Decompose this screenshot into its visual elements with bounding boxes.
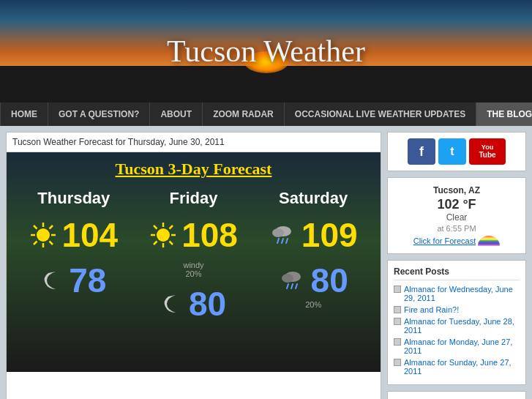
fav-sites-box: Favorite Web Sites AgapeMedia.net, LLC [387,391,526,399]
svg-line-5 [34,225,37,229]
svg-line-15 [170,242,173,245]
svg-line-7 [50,225,53,229]
svg-line-21 [282,239,283,243]
nav-radar[interactable]: ZOOM RADAR [203,102,285,126]
recent-posts-box: Recent Posts Almanac for Wednesday, June… [387,260,526,385]
forecast-day-thursday: Thursday [14,189,134,324]
svg-line-20 [277,239,279,243]
forecast-day-friday: Friday [134,189,254,324]
forecast-days: Thursday [14,189,373,324]
saturday-low-row: 80 [253,261,373,300]
post-item-2[interactable]: Almanac for Tuesday, June 28, 2011 [394,317,520,335]
recent-posts-title: Recent Posts [394,266,520,280]
saturday-high-temp: 109 [301,215,358,255]
nav-question[interactable]: GOT A QUESTION? [48,102,150,126]
moon-icon-thursday [41,269,64,292]
day-name-thursday: Thursday [14,189,134,208]
saturday-low-temp: 80 [311,261,348,300]
main-container: Tucson Weather Forecast for Thursday, Ju… [0,126,532,399]
svg-line-16 [170,225,173,229]
nav-home[interactable]: HOME [0,102,48,126]
post-bullet-1 [394,306,401,313]
post-item-4[interactable]: Almanac for Sunday, June 27, 2011 [394,358,520,376]
post-item-0[interactable]: Almanac for Wednesday, June 29, 2011 [394,285,520,302]
post-bullet-4 [394,359,401,366]
svg-point-19 [272,228,284,237]
svg-point-0 [37,228,50,242]
saturday-high-row: 109 [253,215,373,255]
thursday-high-row: 104 [14,215,134,255]
post-bullet-2 [394,318,401,325]
rainbow-icon [478,236,500,246]
day-name-saturday: Saturday [253,189,373,208]
youtube-button[interactable]: You Tube [469,138,506,165]
weather-widget: Tucson, AZ 102 °F Clear at 6:55 PM Click… [387,177,526,254]
svg-line-8 [34,242,37,245]
thursday-low-row: 78 [14,261,134,300]
nav-live-updates[interactable]: OCCASIONAL LIVE WEATHER UPDATES [285,102,476,126]
thursday-low-temp: 78 [69,261,106,300]
main-nav: HOME GOT A QUESTION? ABOUT ZOOM RADAR OC… [0,102,532,126]
forecast-page-title: Tucson Weather Forecast for Thursday, Ju… [7,133,381,152]
forecast-link[interactable]: Click for Forecast [395,236,518,246]
widget-city: Tucson, AZ [395,185,518,195]
forecast-box: Tucson 3-Day Forecast Thursday [7,152,381,372]
friday-high-row: 108 [134,215,254,255]
svg-point-9 [157,228,170,242]
post-bullet-3 [394,338,401,346]
widget-temp: 102 °F [395,197,518,212]
sidebar: f t You Tube Tucson, AZ 102 °F Clear at … [387,132,526,399]
svg-line-26 [291,284,293,288]
widget-condition: Clear [395,212,518,223]
site-title: Tucson Weather [167,34,365,69]
friday-low-row: 80 [134,284,254,324]
day-name-friday: Friday [134,189,254,208]
facebook-button[interactable]: f [408,138,435,165]
post-item-1[interactable]: Fire and Rain?! [394,305,520,314]
social-box: f t You Tube [387,132,526,171]
svg-line-14 [154,225,157,229]
rain-icon-saturday-low [279,266,307,294]
svg-line-17 [154,242,157,245]
svg-line-6 [50,242,53,245]
site-header: Tucson Weather [0,0,532,102]
sun-icon-thursday [29,221,57,249]
content-area: Tucson Weather Forecast for Thursday, Ju… [6,132,381,399]
friday-high-temp: 108 [181,215,238,255]
friday-windy-label: windy20% [134,261,254,278]
svg-line-22 [286,239,288,243]
widget-time: at 6:55 PM [395,224,518,233]
rain-icon-saturday-high [269,221,297,249]
sun-icon-friday [149,221,177,249]
post-item-3[interactable]: Almanac for Monday, June 27, 2011 [394,338,520,355]
twitter-button[interactable]: t [438,138,466,165]
forecast-title: Tucson 3-Day Forecast [14,160,373,179]
moon-icon-friday [161,292,184,316]
post-bullet-0 [394,286,401,293]
svg-line-25 [287,284,288,288]
friday-low-temp: 80 [189,284,226,324]
saturday-rain-label: 20% [253,300,373,309]
thursday-high-temp: 104 [61,215,118,255]
forecast-day-saturday: Saturday 109 [253,189,373,324]
svg-line-27 [296,284,297,288]
nav-blog[interactable]: THE BLOG [476,102,532,126]
nav-about[interactable]: ABOUT [150,102,203,126]
svg-point-24 [282,274,293,283]
